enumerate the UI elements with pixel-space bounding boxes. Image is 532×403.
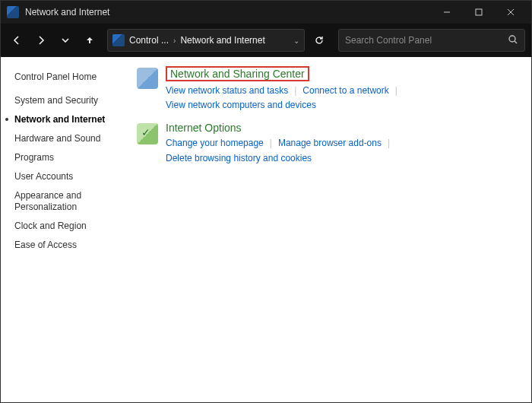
sidebar-item-network-internet[interactable]: Network and Internet xyxy=(14,110,126,129)
sidebar-item-appearance-personalization[interactable]: Appearance and Personalization xyxy=(14,186,126,217)
sidebar-item-ease-of-access[interactable]: Ease of Access xyxy=(14,236,126,255)
title-bar: Network and Internet xyxy=(1,1,531,24)
chevron-down-icon[interactable]: ⌄ xyxy=(293,36,299,45)
sidebar-item-hardware-sound[interactable]: Hardware and Sound xyxy=(14,129,126,148)
breadcrumb-network-internet[interactable]: Network and Internet xyxy=(180,35,264,46)
link-view-network-status[interactable]: View network status and tasks xyxy=(166,84,288,98)
internet-options-icon xyxy=(137,123,158,144)
address-bar[interactable]: Control ... › Network and Internet ⌄ xyxy=(107,29,305,52)
history-dropdown[interactable] xyxy=(55,30,75,50)
group-internet-options: Internet Options Change your homepage | … xyxy=(137,122,524,165)
location-icon xyxy=(112,34,125,46)
sidebar-home[interactable]: Control Panel Home xyxy=(14,68,126,87)
svg-point-1 xyxy=(509,36,515,42)
sidebar: Control Panel Home System and Security N… xyxy=(1,57,134,402)
main-content: Network and Sharing Center View network … xyxy=(134,57,531,402)
group-title-network-sharing[interactable]: Network and Sharing Center xyxy=(166,66,309,81)
refresh-button[interactable] xyxy=(309,30,329,50)
search-icon xyxy=(508,34,518,47)
network-icon xyxy=(137,68,158,89)
window-controls xyxy=(431,2,527,23)
search-box[interactable] xyxy=(338,29,525,52)
forward-button[interactable] xyxy=(31,30,51,50)
body: Control Panel Home System and Security N… xyxy=(1,57,531,402)
link-separator: | xyxy=(270,136,272,151)
group-network-sharing: Network and Sharing Center View network … xyxy=(137,66,524,113)
toolbar: Control ... › Network and Internet ⌄ xyxy=(1,24,531,57)
sidebar-item-user-accounts[interactable]: User Accounts xyxy=(14,167,126,186)
breadcrumb-control-panel[interactable]: Control ... xyxy=(129,35,169,46)
search-input[interactable] xyxy=(345,35,505,46)
link-change-homepage[interactable]: Change your homepage xyxy=(166,136,264,151)
link-delete-history-cookies[interactable]: Delete browsing history and cookies xyxy=(166,151,312,166)
link-separator: | xyxy=(294,84,296,98)
up-button[interactable] xyxy=(80,30,100,50)
sidebar-item-system-security[interactable]: System and Security xyxy=(14,91,126,110)
sidebar-item-clock-region[interactable]: Clock and Region xyxy=(14,217,126,236)
app-icon xyxy=(7,6,19,18)
maximize-button[interactable] xyxy=(463,2,495,23)
minimize-button[interactable] xyxy=(431,2,463,23)
sidebar-item-programs[interactable]: Programs xyxy=(14,148,126,167)
link-connect-network[interactable]: Connect to a network xyxy=(302,84,388,98)
back-button[interactable] xyxy=(7,30,27,50)
chevron-right-icon: › xyxy=(173,36,176,45)
window-title: Network and Internet xyxy=(25,7,431,17)
link-view-computers-devices[interactable]: View network computers and devices xyxy=(166,98,316,113)
group-title-internet-options[interactable]: Internet Options xyxy=(166,122,242,134)
link-manage-addons[interactable]: Manage browser add-ons xyxy=(278,136,382,151)
link-separator: | xyxy=(395,84,397,98)
svg-rect-0 xyxy=(476,9,482,15)
close-button[interactable] xyxy=(495,2,527,23)
link-separator: | xyxy=(388,136,390,151)
